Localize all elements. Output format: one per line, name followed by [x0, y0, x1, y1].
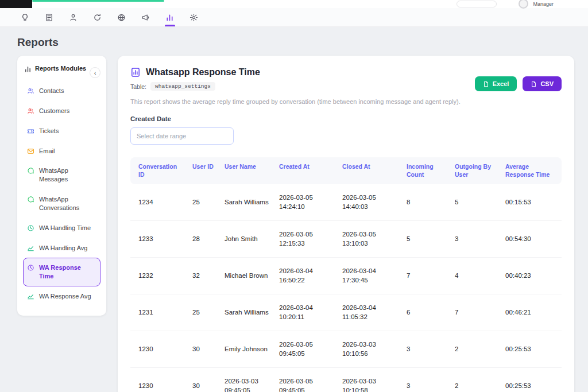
topbar-button[interactable] — [457, 1, 497, 7]
table-row: 123328John Smith2026-03-05 12:15:332026-… — [130, 221, 562, 258]
user-icon — [69, 13, 78, 22]
report-description: This report shows the average reply time… — [130, 98, 562, 105]
sidebar-item-wa-handling-avg[interactable]: WA Handling Avg — [23, 238, 100, 258]
csv-button-label: CSV — [540, 80, 554, 87]
column-header-average-response-time: Average Response Time — [501, 157, 562, 184]
table-cell: 2026-03-05 14:40:03 — [338, 184, 402, 221]
column-header-closed-at: Closed At — [338, 157, 402, 184]
nav-item-refresh[interactable] — [93, 8, 103, 26]
sidebar-item-wa-response-time[interactable]: WA Response Time — [23, 258, 100, 286]
nav-item-user[interactable] — [69, 8, 79, 26]
line-chart-icon — [27, 293, 34, 300]
sidebar-item-label: Contacts — [39, 87, 64, 95]
bar-chart-icon — [165, 13, 174, 22]
chat-icon — [27, 167, 34, 174]
report-header: Whatsapp Response Time Table: whatsapp_s… — [130, 67, 562, 91]
table-cell: 25 — [188, 184, 220, 221]
table-row: 123030Emily Johnson2026-03-05 09:45:0520… — [130, 331, 562, 368]
refresh-icon — [93, 13, 102, 22]
table-cell: 1234 — [130, 184, 188, 221]
nav-item-globe[interactable] — [117, 8, 127, 26]
sidebar-item-whatsapp-conversations[interactable]: WhatsApp Conversations — [23, 189, 100, 218]
sidebar-item-whatsapp-messages[interactable]: WhatsApp Messages — [23, 161, 100, 189]
table-row: 123125Sarah Williams2026-03-04 10:20:112… — [130, 294, 562, 331]
table-cell: 3 — [402, 368, 450, 392]
table-cell: 1233 — [130, 221, 188, 258]
table-cell: 1231 — [130, 294, 188, 331]
table-cell: 25 — [188, 294, 220, 331]
nav-item-form[interactable] — [45, 8, 55, 26]
nav-item-bar-chart[interactable] — [165, 8, 176, 26]
ticket-icon — [27, 127, 34, 135]
csv-file-icon — [531, 81, 537, 87]
table-cell: 6 — [402, 294, 450, 331]
users-icon — [27, 87, 34, 95]
table-cell: 3 — [450, 221, 501, 258]
report-title: Whatsapp Response Time — [146, 67, 260, 77]
table-cell: 2026-03-05 12:15:33 — [274, 221, 338, 258]
users-icon — [27, 107, 34, 115]
avatar[interactable] — [519, 0, 528, 9]
column-header-outgoing-by-user: Outgoing By User — [450, 157, 501, 184]
table-cell: 1230 — [130, 368, 188, 392]
table-cell: 3 — [402, 331, 450, 368]
table-cell: 00:15:53 — [501, 184, 562, 221]
table-cell: 2026-03-04 11:05:32 — [338, 294, 402, 331]
table-body: 123425Sarah Williams2026-03-05 14:24:102… — [130, 184, 562, 392]
table-cell: 1232 — [130, 258, 188, 294]
table-cell: 2026-03-05 13:10:03 — [338, 221, 402, 258]
main-nav — [0, 8, 588, 27]
table-cell: 30 — [188, 368, 220, 392]
table-cell: 7 — [450, 294, 501, 331]
sidebar-item-wa-handling-time[interactable]: WA Handling Time — [23, 218, 100, 238]
sidebar-item-email[interactable]: Email — [23, 141, 100, 161]
table-cell: 32 — [188, 258, 220, 294]
sidebar-item-wa-response-avg[interactable]: WA Response Avg — [23, 286, 100, 306]
csv-export-button[interactable]: CSV — [523, 76, 562, 91]
table-cell: 00:25:53 — [501, 368, 562, 392]
clock-icon — [27, 224, 34, 232]
nav-item-idea[interactable] — [21, 8, 31, 26]
table-row: 123425Sarah Williams2026-03-05 14:24:102… — [130, 184, 562, 221]
page-title: Reports — [17, 36, 588, 49]
excel-export-button[interactable]: Excel — [475, 76, 517, 91]
table-cell: 2 — [450, 368, 501, 392]
table-cell: 2026-03-04 16:50:22 — [274, 258, 338, 294]
table-cell: 5 — [450, 184, 501, 221]
sidebar-item-customers[interactable]: Customers — [23, 101, 100, 121]
table-cell: 2026-03-04 10:20:11 — [274, 294, 338, 331]
table-cell: 2026-03-03 10:10:56 — [338, 331, 402, 368]
user-role-label: Manager — [533, 1, 554, 7]
table-cell: John Smith — [220, 221, 274, 258]
sidebar-collapse-button[interactable]: ‹ — [90, 67, 100, 78]
sidebar-item-label: Tickets — [39, 127, 59, 135]
sidebar-item-contacts[interactable]: Contacts — [23, 81, 100, 101]
report-icon — [130, 67, 141, 77]
column-header-user-id: User ID — [188, 157, 220, 184]
table-cell: 4 — [450, 258, 501, 294]
sidebar-item-label: WA Response Avg — [39, 292, 91, 301]
column-header-incoming-count: Incoming Count — [402, 157, 450, 184]
table-cell: 2026-03-03 09:45:05 — [220, 368, 274, 392]
table-cell: Sarah Williams — [220, 184, 274, 221]
nav-item-gear[interactable] — [189, 8, 200, 26]
table-row: 1230302026-03-03 09:45:052026-03-05 09:4… — [130, 368, 562, 392]
table-cell: 00:40:23 — [501, 258, 562, 294]
sidebar-item-label: WhatsApp Messages — [39, 166, 96, 184]
table-cell: 5 — [402, 221, 450, 258]
table-cell: 28 — [188, 221, 220, 258]
sidebar-item-tickets[interactable]: Tickets — [23, 121, 100, 141]
created-date-label: Created Date — [130, 115, 562, 122]
table-cell: 2026-03-04 17:30:45 — [338, 258, 402, 294]
date-range-input[interactable] — [130, 127, 234, 145]
sidebar-title: Reports Modules — [35, 65, 86, 73]
nav-item-megaphone[interactable] — [141, 8, 152, 26]
table-row: 123232Michael Brown2026-03-04 16:50:2220… — [130, 258, 562, 294]
table-cell: 30 — [188, 331, 220, 368]
bar-chart-icon — [24, 65, 32, 73]
report-card: Whatsapp Response Time Table: whatsapp_s… — [118, 56, 574, 392]
sidebar-list: ContactsCustomersTicketsEmailWhatsApp Me… — [23, 81, 100, 306]
table-cell: Emily Johnson — [220, 331, 274, 368]
sidebar-item-label: Email — [39, 147, 55, 156]
idea-icon — [21, 13, 29, 22]
